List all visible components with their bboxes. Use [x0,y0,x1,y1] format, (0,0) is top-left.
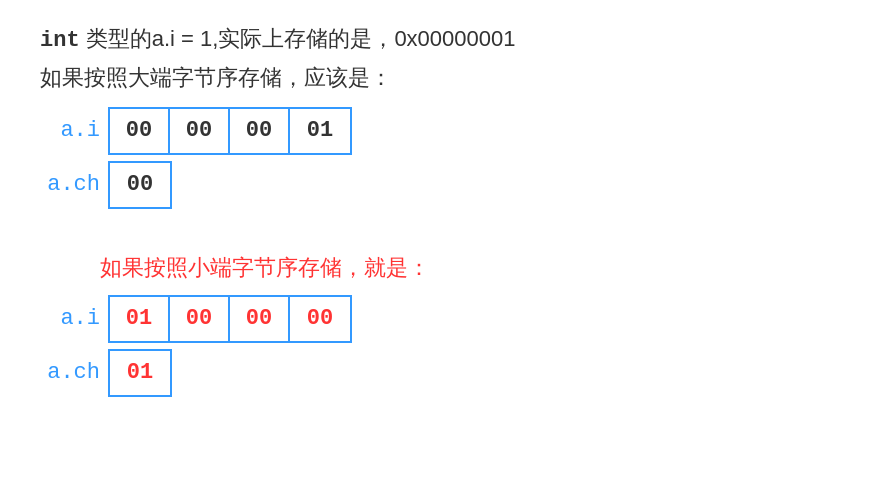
little-endian-label: 如果按照小端字节序存储，就是： [100,253,837,283]
big-endian-ach-cells: 00 [108,161,172,209]
keyword-int: int [40,28,80,53]
little-endian-ach-label: a.ch [40,360,100,385]
little-endian-ai-cell-3: 00 [290,297,350,341]
big-endian-ai-cell-1: 00 [170,109,230,153]
big-endian-ach-cell-0: 00 [110,163,170,207]
little-endian-ai-row: a.i 01 00 00 00 [40,295,837,343]
intro-line1: 类型的a.i = 1,实际上存储的是，0x00000001 [80,26,516,51]
little-endian-section: a.i 01 00 00 00 a.ch 01 [40,295,837,397]
big-endian-ai-cells: 00 00 00 01 [108,107,352,155]
big-endian-ach-row: a.ch 00 [40,161,837,209]
little-endian-ai-cell-1: 00 [170,297,230,341]
big-endian-ai-row: a.i 00 00 00 01 [40,107,837,155]
intro-line2: 如果按照大端字节序存储，应该是： [40,59,837,96]
big-endian-ai-label: a.i [40,118,100,143]
big-endian-ai-cell-2: 00 [230,109,290,153]
big-endian-ai-cell-3: 01 [290,109,350,153]
little-endian-ach-cell-0: 01 [110,351,170,395]
little-endian-ai-cell-2: 00 [230,297,290,341]
little-endian-ai-cell-0: 01 [110,297,170,341]
little-endian-ai-label: a.i [40,306,100,331]
big-endian-ach-label: a.ch [40,172,100,197]
big-endian-section: a.i 00 00 00 01 a.ch 00 [40,107,837,209]
little-endian-ach-cells: 01 [108,349,172,397]
big-endian-ai-cell-0: 00 [110,109,170,153]
little-endian-ai-cells: 01 00 00 00 [108,295,352,343]
little-endian-ach-row: a.ch 01 [40,349,837,397]
intro-block: int 类型的a.i = 1,实际上存储的是，0x00000001 如果按照大端… [40,20,837,97]
